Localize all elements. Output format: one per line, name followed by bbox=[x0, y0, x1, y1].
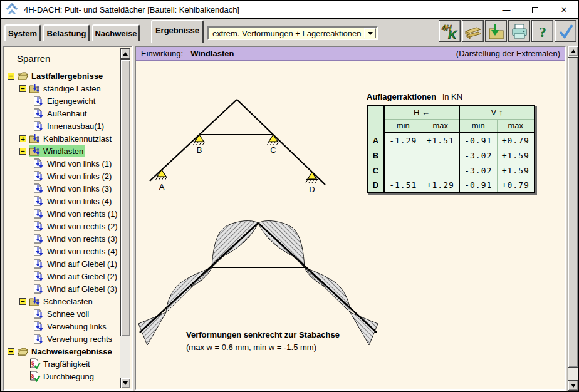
tree-item-eigengewicht[interactable]: Eigengewicht bbox=[4, 95, 120, 107]
reactions-table: H ← V ↑ min max min max A -1.29 +1.51 -0… bbox=[367, 105, 535, 193]
tree-item-wind-rechts-1[interactable]: Wind von rechts (1) bbox=[4, 207, 120, 220]
support-label-d: D bbox=[309, 185, 315, 194]
tree-item-wind-rechts-2[interactable]: Wind von rechts (2) bbox=[4, 220, 120, 232]
tree-item-tragfaehigkeit[interactable]: Tragfähigkeit bbox=[4, 358, 120, 370]
loads-folder-icon bbox=[29, 296, 41, 307]
tab-nachweise[interactable]: Nachweise bbox=[92, 24, 140, 41]
arrow-down-icon bbox=[571, 384, 576, 388]
save-button[interactable] bbox=[485, 20, 507, 42]
tree-item-schneelasten[interactable]: −Schneelasten bbox=[4, 295, 120, 307]
tab-system[interactable]: System bbox=[4, 24, 41, 41]
collapse-icon[interactable]: − bbox=[8, 348, 14, 355]
deformation-caption-title: Verformungen senkrecht zur Stabachse bbox=[186, 330, 340, 339]
collapse-icon[interactable]: − bbox=[8, 73, 14, 80]
loadcase-doc-icon bbox=[33, 183, 44, 194]
maximize-icon bbox=[532, 7, 538, 13]
tree-item-wind-links-3[interactable]: Wind von links (3) bbox=[4, 182, 120, 195]
close-button[interactable]: ✕ bbox=[550, 1, 578, 19]
support-label-b: B bbox=[197, 145, 202, 155]
timber-icon bbox=[464, 23, 482, 40]
loadcase-doc-icon bbox=[33, 321, 44, 332]
tree-item-nachweisergebnisse[interactable]: −Nachweisergebnisse bbox=[4, 345, 120, 358]
window-title: 4H-DACH: Pult- und Satteldächer [Bauteil… bbox=[24, 5, 239, 14]
support-icon bbox=[193, 135, 205, 145]
loadcase-doc-icon bbox=[33, 245, 44, 257]
col-group-v: V ↑ bbox=[459, 105, 535, 119]
arrow-up-icon bbox=[123, 52, 128, 56]
tree-item-wind-links-4[interactable]: Wind von links (4) bbox=[4, 195, 120, 207]
app-roof-icon bbox=[6, 3, 18, 16]
tree-item-staendige-lasten[interactable]: −ständige Lasten bbox=[4, 82, 120, 95]
loads-folder-icon bbox=[29, 83, 41, 94]
tree-item-aussenhaut[interactable]: Außenhaut bbox=[4, 107, 120, 120]
printer-icon bbox=[511, 23, 528, 40]
tree-item-wind-links-2[interactable]: Wind von links (2) bbox=[4, 170, 120, 182]
scroll-down-button[interactable] bbox=[120, 378, 130, 388]
loadcase-doc-icon bbox=[33, 283, 44, 294]
dropdown-arrow-button[interactable] bbox=[364, 28, 376, 38]
tree-item-schnee-voll[interactable]: Schnee voll bbox=[4, 307, 120, 320]
main-scrollbar[interactable] bbox=[567, 46, 578, 391]
save-folder-icon bbox=[488, 23, 505, 40]
tree-item-wind-giebel-2[interactable]: Wind auf Giebel (2) bbox=[4, 270, 120, 282]
print-button[interactable] bbox=[508, 20, 530, 42]
tab-ergebnisse[interactable]: Ergebnisse bbox=[151, 20, 204, 43]
col-group-h: H ← bbox=[384, 105, 459, 119]
tree-item-wind-rechts-3[interactable]: Wind von rechts (3) bbox=[4, 232, 120, 245]
loadcase-doc-icon bbox=[33, 158, 44, 169]
collapse-icon[interactable]: − bbox=[19, 85, 26, 92]
scrollbar-thumb[interactable] bbox=[568, 57, 578, 368]
extremal-note: (Darstellung der Extremalen) bbox=[456, 49, 560, 58]
scrollbar-thumb[interactable] bbox=[120, 59, 130, 336]
loadcase-doc-icon bbox=[33, 95, 44, 106]
roof-system-diagram: A B C D bbox=[150, 100, 325, 194]
tree-item-durchbiegung[interactable]: Durchbiegung bbox=[4, 370, 120, 383]
sidebar-tree-panel: Sparren −Lastfallergebnisse −ständige La… bbox=[3, 46, 133, 391]
tree-item-wind-giebel-1[interactable]: Wind auf Giebel (1) bbox=[4, 257, 120, 270]
scroll-up-button[interactable] bbox=[120, 48, 130, 59]
tree-item-innenausbau[interactable]: Innenausbau(1) bbox=[4, 120, 120, 132]
svg-text:K: K bbox=[448, 28, 457, 40]
tree-item-wind-giebel-3[interactable]: Wind auf Giebel (3) bbox=[4, 282, 120, 295]
scroll-down-button[interactable] bbox=[568, 380, 578, 391]
deformation-caption-range: (max w = 0.6 mm, min w = -1.5 mm) bbox=[186, 343, 340, 352]
tree-item-verwehung-rechts[interactable]: Verwehung rechts bbox=[4, 333, 120, 345]
tree-item-lastfallergebnisse[interactable]: −Lastfallergebnisse bbox=[4, 70, 120, 82]
result-type-dropdown[interactable]: extrem. Verformungen + Lagerreaktionen bbox=[207, 26, 378, 40]
support-label-c: C bbox=[270, 145, 276, 155]
tree-item-wind-links-1[interactable]: Wind von links (1) bbox=[4, 157, 120, 170]
chevron-down-icon bbox=[368, 32, 373, 35]
tree-item-kehlbalkennutzlast[interactable]: +Kehlbalkennutzlast bbox=[4, 132, 120, 145]
einwirkung-label: Einwirkung: bbox=[141, 49, 183, 58]
loadcase-doc-icon bbox=[33, 333, 44, 344]
tree-scrollbar[interactable] bbox=[120, 48, 130, 388]
tree-item-verwehung-links[interactable]: Verwehung links bbox=[4, 320, 120, 333]
title-bar: 4H-DACH: Pult- und Satteldächer [Bauteil… bbox=[1, 1, 578, 19]
tree-item-windlasten[interactable]: −Windlasten bbox=[4, 145, 120, 157]
result-header: Einwirkung: Windlasten (Darstellung der … bbox=[136, 47, 565, 61]
tab-belastung[interactable]: Belastung bbox=[43, 24, 90, 41]
loadcase-doc-icon bbox=[33, 208, 44, 219]
help-button[interactable]: ? bbox=[531, 20, 553, 42]
einwirkung-value: Windlasten bbox=[190, 49, 234, 58]
minimize-button[interactable]: — bbox=[492, 1, 521, 19]
collapse-icon[interactable]: − bbox=[19, 298, 26, 305]
loadcase-doc-icon bbox=[33, 220, 44, 232]
support-icon bbox=[306, 172, 318, 183]
collapse-icon[interactable]: − bbox=[19, 148, 26, 155]
support-icon bbox=[155, 170, 167, 180]
toolbar: System Belastung Nachweise Ergebnisse ex… bbox=[1, 19, 578, 43]
proof-doc-icon bbox=[29, 371, 41, 382]
maximize-button[interactable] bbox=[521, 1, 550, 19]
confirm-button[interactable] bbox=[555, 20, 576, 42]
loadcase-doc-icon bbox=[33, 120, 44, 132]
logo-4hk-button[interactable]: 4H K bbox=[439, 20, 461, 42]
tree-item-wind-rechts-4[interactable]: Wind von rechts (4) bbox=[4, 245, 120, 257]
scroll-up-button[interactable] bbox=[568, 46, 578, 56]
expand-icon[interactable]: + bbox=[19, 135, 26, 142]
loads-folder-icon bbox=[29, 145, 41, 157]
open-folder-icon bbox=[17, 70, 29, 81]
tree-heading: Sparren bbox=[4, 47, 120, 70]
loadcase-doc-icon bbox=[33, 195, 44, 207]
timber-button[interactable] bbox=[462, 20, 484, 42]
